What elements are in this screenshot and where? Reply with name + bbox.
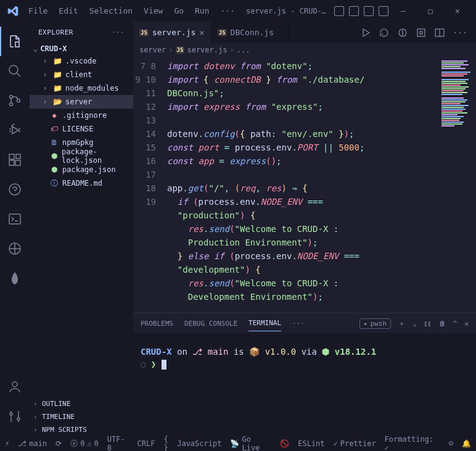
editor-tabs: JS server.js × JS DBConn.js × ··· [133,22,476,43]
stop-icon[interactable] [416,28,426,38]
minimap[interactable] [439,57,476,313]
code-content[interactable]: import dotenv from "dotenv"; import { co… [167,57,439,313]
tree-label: node_modules [65,84,119,93]
terminal-shell-selector[interactable]: ▸ pwsh [359,318,391,329]
tree-folder-vscode[interactable]: ›📁.vscode [30,54,133,68]
section-timeline[interactable]: TIMELINE [30,410,133,423]
activity-account-icon[interactable] [0,372,30,402]
menu-run[interactable]: Run [190,4,214,18]
terminal-kill-icon[interactable]: 🗑 [439,320,446,328]
activity-console-icon[interactable] [0,204,30,234]
svg-point-1 [10,96,13,99]
tree-file-readme[interactable]: ⓘREADME.md [30,176,133,190]
bottom-panel: PROBLEMS DEBUG CONSOLE TERMINAL ··· ▸ pw… [133,313,476,436]
split-icon[interactable] [435,28,445,38]
breadcrumbs[interactable]: server › JS server.js › ... [133,43,476,57]
breadcrumb-item[interactable]: server [139,46,166,54]
panel-tab-debug[interactable]: DEBUG CONSOLE [184,316,237,331]
svg-rect-5 [9,160,14,165]
status-sync[interactable]: ⟳ [55,439,62,448]
panel-tab-more[interactable]: ··· [292,316,305,331]
close-button[interactable]: ✕ [444,2,471,20]
status-formatting[interactable]: Formatting: ✓ [385,435,440,451]
layout-left-icon[interactable] [334,6,344,16]
menu-go[interactable]: Go [169,4,189,18]
terminal-project: CRUD-X [141,347,172,357]
sidebar-root[interactable]: ⌄ CRUD-X [30,43,133,54]
tree-file-gitignore[interactable]: ◆.gitignore [30,109,133,122]
tree-label: npmGpkg [62,138,94,147]
breadcrumb-item[interactable]: server.js [187,46,227,54]
terminal-branch: main [208,347,229,357]
section-outline[interactable]: OUTLINE [30,397,133,410]
tab-close-icon[interactable]: × [199,28,204,38]
tree-folder-node-modules[interactable]: ›📁node_modules [30,81,133,95]
tree-file-license[interactable]: 🏷LICENSE [30,122,133,136]
terminal-close-icon[interactable]: ✕ [464,320,469,328]
status-prettier[interactable]: ✓ Prettier [334,435,376,451]
section-npm-scripts[interactable]: NPM SCRIPTS [30,423,133,436]
status-branch-label: main [29,439,47,448]
tree-folder-server[interactable]: ›📂server [30,95,133,109]
js-file-icon: JS [139,29,149,36]
status-bell-icon[interactable]: 🔔 [462,435,471,451]
status-eol[interactable]: CRLF [137,435,155,451]
terminal-split-icon[interactable]: ⫿⫿ [424,320,432,328]
layout-fullscreen-icon[interactable] [379,6,388,16]
svg-rect-7 [16,154,20,159]
status-encoding[interactable]: UTF-8 [107,435,129,451]
sidebar-more-icon[interactable]: ··· [112,28,125,36]
activity-azure-icon[interactable] [0,234,30,263]
menu-edit[interactable]: Edit [54,4,83,18]
maximize-button[interactable]: ▢ [417,2,444,20]
activity-debug-icon[interactable] [0,115,30,145]
tab-dbconn-js[interactable]: JS DBConn.js × [211,22,290,43]
tree-file-pkglock[interactable]: ⬢package-lock.json [30,149,133,163]
code-editor[interactable]: 7 8 9 10 11 12 13 14 15 16 17 18 19 impo… [133,57,476,313]
minimize-button[interactable]: — [390,2,417,20]
activity-search-icon[interactable] [0,56,30,86]
status-feedback-icon[interactable]: ☺ [449,435,453,451]
editor-more-icon[interactable]: ··· [453,28,467,37]
activity-settings-icon[interactable] [0,402,30,431]
status-eslint-disabled[interactable]: 🚫 [280,435,289,451]
terminal-dropdown-icon[interactable]: ⌄ [412,320,417,328]
terminal[interactable]: CRUD-X on ⎇ main is 📦 v1.0.0 via ⬢ v18.1… [133,333,476,436]
status-language[interactable]: { } JavaScript [163,435,221,451]
panel-tab-terminal[interactable]: TERMINAL [248,315,281,331]
activity-quokka-icon[interactable] [0,175,30,204]
menu-file[interactable]: File [23,4,52,18]
activity-mongodb-icon[interactable] [0,263,30,293]
activity-source-control-icon[interactable] [0,86,30,115]
svg-point-0 [9,65,18,74]
reload-icon[interactable] [379,28,389,38]
terminal-maximize-icon[interactable]: ^ [453,320,458,328]
terminal-cursor [162,360,166,370]
menu-view[interactable]: View [139,4,168,18]
compare-icon[interactable] [398,28,408,38]
tree-label: package-lock.json [62,147,133,165]
layout-bottom-icon[interactable] [349,6,359,16]
panel-tabs: PROBLEMS DEBUG CONSOLE TERMINAL ··· ▸ pw… [133,313,476,333]
menu-more[interactable]: ··· [216,4,240,18]
tree-folder-client[interactable]: ›📁client [30,68,133,81]
activity-explorer-icon[interactable] [0,27,30,56]
panel-tab-problems[interactable]: PROBLEMS [141,316,173,331]
status-eslint[interactable]: ESLint [298,435,324,451]
terminal-new-icon[interactable]: ＋ [398,319,405,328]
menu-selection[interactable]: Selection [84,4,137,18]
chevron-right-icon: › [168,46,173,54]
window-title: server.js - CRUD-X - Visual Stu... [240,7,333,15]
status-branch[interactable]: ⎇ main [18,439,47,448]
tab-server-js[interactable]: JS server.js × [133,22,211,43]
line-gutter: 7 8 9 10 11 12 13 14 15 16 17 18 19 [133,57,167,313]
status-go-live[interactable]: 📡 Go Live [230,435,271,451]
status-remote[interactable]: ⚡ [5,439,9,448]
activity-extensions-icon[interactable] [0,145,30,175]
run-icon[interactable] [361,28,371,38]
breadcrumb-item[interactable]: ... [237,46,250,54]
status-problems[interactable]: ⓧ 0 ⚠ 0 [70,439,99,449]
layout-right-icon[interactable] [364,6,374,16]
tree-file-pkg[interactable]: ⬢package.json [30,163,133,176]
svg-rect-9 [9,214,20,224]
